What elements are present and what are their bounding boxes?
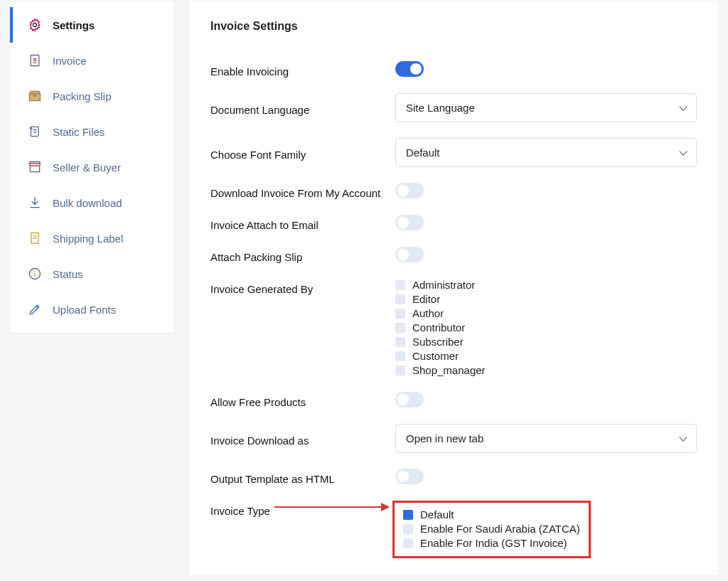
footer: Save Changes bbox=[189, 575, 718, 581]
sidebar-item-label: Invoice bbox=[53, 55, 87, 67]
store-icon bbox=[27, 159, 43, 175]
select-download-as[interactable]: Open in new tab bbox=[395, 424, 697, 453]
sidebar-item-shipping-label[interactable]: Shipping Label bbox=[10, 220, 173, 256]
label-generated-by: Invoice Generated By bbox=[210, 279, 395, 295]
label-download-as: Invoice Download as bbox=[210, 430, 395, 447]
sidebar-item-label: Shipping Label bbox=[53, 233, 123, 245]
gear-icon bbox=[27, 17, 43, 33]
svg-rect-1 bbox=[31, 55, 39, 66]
svg-point-2 bbox=[33, 59, 36, 61]
radio-default[interactable]: Default bbox=[403, 508, 580, 521]
sidebar: Settings Invoice Packing Slip bbox=[10, 1, 173, 333]
checkbox-label: Author bbox=[412, 307, 444, 319]
arrow-annotation bbox=[274, 506, 388, 508]
chevron-down-icon bbox=[679, 102, 687, 110]
panel-title: Invoice Settings bbox=[210, 20, 697, 33]
info-icon bbox=[27, 266, 43, 282]
checkbox-label: Customer bbox=[412, 350, 459, 362]
label-enable-invoicing: Enable Invoicing bbox=[210, 61, 395, 78]
sidebar-item-label: Static Files bbox=[53, 126, 105, 138]
checkbox-subscriber[interactable]: Subscriber bbox=[395, 336, 697, 348]
invoice-type-list: Default Enable For Saudi Arabia (ZATCA) … bbox=[403, 508, 580, 549]
select-value: Site Language bbox=[406, 102, 475, 114]
sidebar-item-label: Settings bbox=[53, 19, 95, 31]
generated-by-list: Administrator Editor Author Contributor … bbox=[395, 279, 697, 376]
sidebar-item-label: Seller & Buyer bbox=[53, 161, 121, 174]
sidebar-item-static-files[interactable]: Static Files bbox=[10, 114, 173, 149]
checkbox-editor[interactable]: Editor bbox=[395, 293, 697, 305]
radio-zatca[interactable]: Enable For Saudi Arabia (ZATCA) bbox=[403, 523, 580, 535]
checkbox-label: Shop_manager bbox=[412, 364, 486, 376]
checkbox-label: Administrator bbox=[412, 279, 475, 291]
highlight-box: Default Enable For Saudi Arabia (ZATCA) … bbox=[392, 501, 591, 558]
settings-panel: Invoice Settings Enable Invoicing Docume… bbox=[189, 1, 718, 575]
label-attach-packing: Attach Packing Slip bbox=[210, 247, 395, 263]
sidebar-item-seller-buyer[interactable]: Seller & Buyer bbox=[10, 149, 173, 185]
label-allow-free: Allow Free Products bbox=[210, 392, 395, 408]
radio-gst[interactable]: Enable For India (GST Invoice) bbox=[403, 537, 580, 549]
chevron-down-icon bbox=[679, 433, 687, 441]
label-document-language: Document Language bbox=[210, 100, 395, 116]
sidebar-item-label: Packing Slip bbox=[53, 90, 112, 102]
toggle-enable-invoicing[interactable] bbox=[395, 61, 424, 77]
download-icon bbox=[27, 195, 43, 210]
checkbox-customer[interactable]: Customer bbox=[395, 350, 697, 362]
checkbox-label: Subscriber bbox=[412, 336, 464, 348]
invoice-icon bbox=[27, 53, 43, 68]
scroll-icon bbox=[27, 124, 43, 139]
sidebar-item-packing-slip[interactable]: Packing Slip bbox=[10, 78, 173, 114]
toggle-download-account[interactable] bbox=[395, 183, 424, 198]
toggle-attach-email[interactable] bbox=[395, 215, 424, 230]
label-invoice-type: Invoice Type bbox=[210, 501, 395, 517]
checkbox-contributor[interactable]: Contributor bbox=[395, 321, 697, 334]
svg-rect-3 bbox=[30, 166, 39, 171]
checkbox-author[interactable]: Author bbox=[395, 307, 697, 319]
checkbox-shop-manager[interactable]: Shop_manager bbox=[395, 364, 697, 376]
select-value: Open in new tab bbox=[406, 432, 483, 444]
sidebar-item-label: Status bbox=[53, 268, 83, 280]
checkbox-label: Editor bbox=[412, 293, 440, 305]
sidebar-item-upload-fonts[interactable]: Upload Fonts bbox=[10, 292, 173, 327]
label-download-account: Download Invoice From My Account bbox=[210, 183, 395, 199]
select-font-family[interactable]: Default bbox=[395, 138, 697, 167]
checkbox-label: Contributor bbox=[412, 321, 465, 334]
label-attach-email: Invoice Attach to Email bbox=[210, 215, 395, 231]
sidebar-item-settings[interactable]: Settings bbox=[10, 7, 173, 43]
checkbox-administrator[interactable]: Administrator bbox=[395, 279, 697, 291]
svg-point-0 bbox=[33, 23, 37, 27]
chevron-down-icon bbox=[679, 147, 687, 155]
label-output-html: Output Template as HTML bbox=[210, 469, 395, 485]
sidebar-item-label: Bulk download bbox=[53, 197, 122, 209]
sidebar-item-status[interactable]: Status bbox=[10, 256, 173, 292]
select-document-language[interactable]: Site Language bbox=[395, 93, 697, 122]
sidebar-item-bulk-download[interactable]: Bulk download bbox=[10, 185, 173, 220]
sidebar-item-invoice[interactable]: Invoice bbox=[10, 43, 173, 78]
pen-icon bbox=[27, 302, 43, 317]
sidebar-item-label: Upload Fonts bbox=[53, 304, 116, 316]
toggle-allow-free[interactable] bbox=[395, 392, 424, 407]
label-font-family: Choose Font Family bbox=[210, 144, 395, 161]
select-value: Default bbox=[406, 146, 440, 159]
box-icon bbox=[27, 88, 43, 104]
radio-label: Enable For Saudi Arabia (ZATCA) bbox=[420, 523, 580, 535]
toggle-output-html[interactable] bbox=[395, 469, 424, 484]
toggle-attach-packing[interactable] bbox=[395, 247, 424, 262]
receipt-icon bbox=[27, 230, 43, 246]
radio-label: Enable For India (GST Invoice) bbox=[420, 537, 567, 549]
radio-label: Default bbox=[420, 508, 454, 521]
